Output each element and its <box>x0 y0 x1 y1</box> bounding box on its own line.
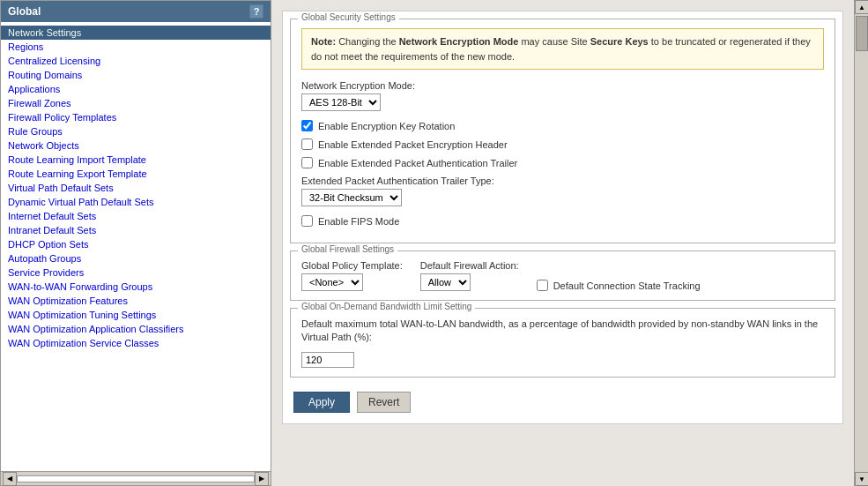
ext-auth-trailer-label: Extended Packet Authentication Trailer T… <box>301 176 824 186</box>
policy-template-select[interactable]: <None> <box>301 273 363 291</box>
default-action-select[interactable]: Allow Deny <box>420 273 471 291</box>
sidebar-item-network-settings[interactable]: Network Settings <box>1 26 271 40</box>
apply-button[interactable]: Apply <box>293 392 350 413</box>
global-security-section: Global Security Settings Note: Changing … <box>290 19 835 243</box>
sidebar-item-wan-optimization-classifiers[interactable]: WAN Optimization Application Classifiers <box>1 322 271 336</box>
sidebar-item-internet-default-sets[interactable]: Internet Default Sets <box>1 209 271 223</box>
sidebar-item-applications[interactable]: Applications <box>1 82 271 96</box>
sidebar: Global ? Network SettingsRegionsCentrali… <box>0 0 271 486</box>
sidebar-item-centralized-licensing[interactable]: Centralized Licensing <box>1 54 271 68</box>
sidebar-item-regions[interactable]: Regions <box>1 40 271 54</box>
sidebar-item-routing-domains[interactable]: Routing Domains <box>1 68 271 82</box>
extended-packet-checkbox[interactable] <box>301 138 313 150</box>
scroll-track <box>17 475 255 482</box>
encryption-mode-row: Network Encryption Mode: AES 128-Bit AES… <box>301 80 824 111</box>
sidebar-item-autopath-groups[interactable]: Autopath Groups <box>1 251 271 265</box>
sidebar-item-intranet-default-sets[interactable]: Intranet Default Sets <box>1 223 271 237</box>
sidebar-item-virtual-path-default-sets[interactable]: Virtual Path Default Sets <box>1 181 271 195</box>
default-action-col: Default Firewall Action: Allow Deny <box>420 260 519 291</box>
help-button[interactable]: ? <box>249 4 263 19</box>
key-rotation-row: Enable Encryption Key Rotation <box>301 120 824 131</box>
extended-packet-label: Enable Extended Packet Encryption Header <box>318 139 508 150</box>
fips-label: Enable FIPS Mode <box>318 216 399 227</box>
note-text-changing: Changing the <box>338 36 399 47</box>
scroll-left-btn[interactable]: ◀ <box>3 472 17 486</box>
policy-template-col: Global Policy Template: <None> <box>301 260 403 291</box>
revert-button[interactable]: Revert <box>357 392 411 413</box>
note-text-2: may cause Site <box>521 36 590 47</box>
extended-packet-row: Enable Extended Packet Encryption Header <box>301 138 824 150</box>
sidebar-item-firewall-policy-templates[interactable]: Firewall Policy Templates <box>1 110 271 124</box>
key-rotation-checkbox[interactable] <box>301 120 313 131</box>
security-section-title: Global Security Settings <box>298 12 399 22</box>
tracking-row: Default Connection State Tracking <box>537 264 701 291</box>
packet-auth-checkbox[interactable] <box>301 157 313 168</box>
note-prefix: Note: <box>311 36 336 47</box>
bandwidth-section-title: Global On-Demand Bandwidth Limit Setting <box>298 302 475 311</box>
sidebar-item-route-learning-export[interactable]: Route Learning Export Template <box>1 167 271 181</box>
scroll-down-btn[interactable]: ▼ <box>855 472 868 486</box>
sidebar-item-wan-optimization-service-classes[interactable]: WAN Optimization Service Classes <box>1 336 271 350</box>
note-bold-1: Network Encryption Mode <box>399 36 519 47</box>
scroll-up-btn[interactable]: ▲ <box>855 0 868 14</box>
encryption-mode-select[interactable]: AES 128-Bit AES 192-Bit AES 256-Bit None <box>301 93 381 111</box>
sidebar-item-service-providers[interactable]: Service Providers <box>1 265 271 280</box>
note-bold-2: Secure Keys <box>590 36 649 47</box>
note-box: Note: Changing the Network Encryption Mo… <box>301 28 824 70</box>
scroll-right-btn[interactable]: ▶ <box>255 472 269 486</box>
content-panel: Global Security Settings Note: Changing … <box>282 11 843 424</box>
packet-auth-label: Enable Extended Packet Authentication Tr… <box>318 158 517 168</box>
key-rotation-label: Enable Encryption Key Rotation <box>318 121 455 131</box>
sidebar-item-rule-groups[interactable]: Rule Groups <box>1 124 271 138</box>
fips-checkbox[interactable] <box>301 215 313 227</box>
button-row: Apply Revert <box>283 385 842 423</box>
firewall-section-title: Global Firewall Settings <box>298 244 397 254</box>
encryption-mode-label: Network Encryption Mode: <box>301 80 824 91</box>
global-firewall-section: Global Firewall Settings Global Policy T… <box>290 250 835 301</box>
tracking-label: Default Connection State Tracking <box>553 280 701 291</box>
scroll-track-right <box>855 14 868 472</box>
sidebar-scrollbar: ◀ ▶ <box>1 471 271 485</box>
sidebar-item-firewall-zones[interactable]: Firewall Zones <box>1 96 271 110</box>
default-action-label: Default Firewall Action: <box>420 260 519 271</box>
main-content: Global Security Settings Note: Changing … <box>271 0 854 486</box>
sidebar-item-dhcp-option-sets[interactable]: DHCP Option Sets <box>1 237 271 251</box>
right-scrollbar: ▲ ▼ <box>854 0 868 486</box>
sidebar-item-wan-to-wan-forwarding[interactable]: WAN-to-WAN Forwarding Groups <box>1 280 271 294</box>
sidebar-nav: Network SettingsRegionsCentralized Licen… <box>1 22 271 471</box>
sidebar-item-wan-optimization-tuning[interactable]: WAN Optimization Tuning Settings <box>1 308 271 322</box>
sidebar-item-route-learning-import[interactable]: Route Learning Import Template <box>1 153 271 167</box>
sidebar-item-dynamic-virtual-path[interactable]: Dynamic Virtual Path Default Sets <box>1 195 271 209</box>
bandwidth-description: Default maximum total WAN-to-LAN bandwid… <box>301 318 824 345</box>
fips-row: Enable FIPS Mode <box>301 215 824 227</box>
ext-auth-trailer-row: Extended Packet Authentication Trailer T… <box>301 176 824 206</box>
sidebar-header: Global ? <box>1 1 271 22</box>
ext-auth-trailer-select[interactable]: 32-Bit Checksum 64-Bit Checksum <box>301 189 402 206</box>
tracking-checkbox[interactable] <box>537 280 548 291</box>
packet-auth-row: Enable Extended Packet Authentication Tr… <box>301 157 824 168</box>
tracking-col: Default Connection State Tracking <box>537 264 701 291</box>
sidebar-title: Global <box>8 5 41 18</box>
sidebar-item-network-objects[interactable]: Network Objects <box>1 138 271 153</box>
scroll-thumb[interactable] <box>856 16 868 51</box>
bandwidth-input[interactable] <box>301 352 354 368</box>
policy-template-label: Global Policy Template: <box>301 260 403 271</box>
sidebar-item-wan-optimization-features[interactable]: WAN Optimization Features <box>1 294 271 308</box>
firewall-row: Global Policy Template: <None> Default F… <box>301 260 824 291</box>
bandwidth-section: Global On-Demand Bandwidth Limit Setting… <box>290 308 835 378</box>
